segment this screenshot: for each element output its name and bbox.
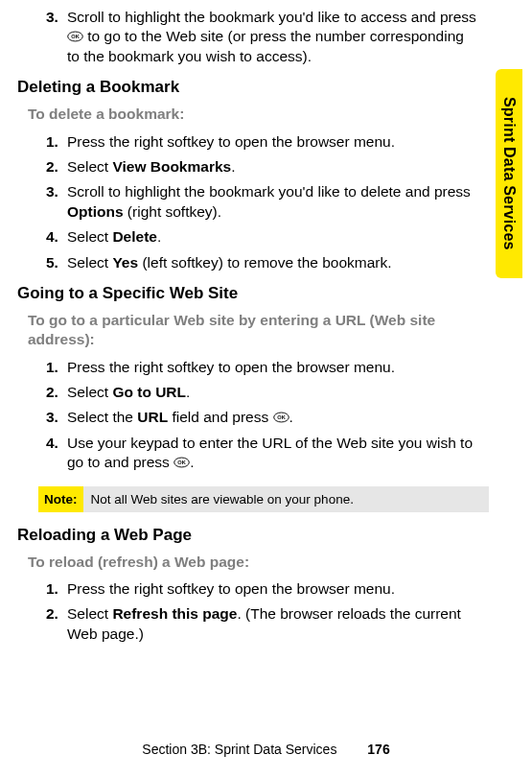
heading-reloading: Reloading a Web Page — [17, 526, 490, 545]
step-number: 4. — [46, 227, 67, 247]
step-number: 1. — [46, 579, 67, 599]
step-text: Scroll to highlight the bookmark you'd l… — [67, 8, 480, 66]
ok-icon — [173, 457, 190, 468]
step-text: Select Refresh this page. (The browser r… — [67, 604, 480, 644]
step-text: Select Go to URL. — [67, 383, 480, 402]
list-item: 1.Press the right softkey to open the br… — [46, 579, 480, 599]
step-number: 2. — [46, 383, 67, 402]
note-box: Note: Not all Web sites are viewable on … — [38, 486, 489, 512]
page-content: 3. Scroll to highlight the bookmark you'… — [0, 0, 532, 644]
list-item: 3.Select the URL field and press . — [46, 408, 480, 427]
footer-page-number: 176 — [367, 742, 389, 757]
step-text: Use your keypad to enter the URL of the … — [67, 434, 480, 473]
note-text: Not all Web sites are viewable on your p… — [83, 486, 490, 512]
step-text: Press the right softkey to open the brow… — [67, 579, 480, 599]
step-text: Select View Bookmarks. — [67, 157, 480, 177]
page-footer: Section 3B: Sprint Data Services 176 — [0, 742, 532, 757]
step-number: 2. — [46, 157, 67, 177]
s3-steps: 1.Press the right softkey to open the br… — [17, 579, 490, 644]
subheading: To reload (refresh) a Web page: — [28, 553, 490, 572]
step-number: 4. — [46, 434, 67, 473]
intro-step-list: 3. Scroll to highlight the bookmark you'… — [17, 8, 490, 66]
s1-steps: 1.Press the right softkey to open the br… — [17, 132, 490, 273]
step-number: 3. — [46, 408, 67, 427]
list-item: 2.Select Go to URL. — [46, 383, 480, 402]
list-item: 1.Press the right softkey to open the br… — [46, 132, 480, 152]
step-number: 1. — [46, 132, 67, 152]
ok-icon — [273, 412, 289, 423]
side-tab: Sprint Data Services — [496, 69, 522, 278]
step-number: 1. — [46, 358, 67, 377]
step-number: 5. — [46, 253, 67, 272]
list-item: 2.Select Refresh this page. (The browser… — [46, 604, 480, 644]
step-text: Press the right softkey to open the brow… — [67, 132, 480, 152]
subheading: To go to a particular Web site by enteri… — [28, 311, 490, 349]
list-item: 4.Select Delete. — [46, 227, 480, 247]
list-item: 1.Press the right softkey to open the br… — [46, 358, 480, 377]
step-text: Select the URL field and press . — [67, 408, 480, 427]
step-text: Select Delete. — [67, 227, 480, 247]
heading-deleting-bookmark: Deleting a Bookmark — [17, 78, 490, 97]
ok-icon — [67, 31, 83, 42]
heading-going-to-site: Going to a Specific Web Site — [17, 284, 490, 303]
step-text: Select Yes (left softkey) to remove the … — [67, 253, 480, 272]
list-item: 4.Use your keypad to enter the URL of th… — [46, 434, 480, 473]
list-item: 3.Scroll to highlight the bookmark you'd… — [46, 182, 480, 222]
subheading: To delete a bookmark: — [28, 105, 490, 124]
list-item: 2.Select View Bookmarks. — [46, 157, 480, 177]
footer-section: Section 3B: Sprint Data Services — [142, 742, 336, 757]
s2-steps: 1.Press the right softkey to open the br… — [17, 358, 490, 473]
step-number: 3. — [46, 8, 67, 66]
step-number: 2. — [46, 604, 67, 644]
note-label: Note: — [38, 486, 83, 512]
side-tab-label: Sprint Data Services — [500, 97, 518, 250]
list-item: 3. Scroll to highlight the bookmark you'… — [46, 8, 480, 66]
step-text: Scroll to highlight the bookmark you'd l… — [67, 182, 480, 222]
list-item: 5.Select Yes (left softkey) to remove th… — [46, 253, 480, 272]
step-number: 3. — [46, 182, 67, 222]
step-text: Press the right softkey to open the brow… — [67, 358, 480, 377]
